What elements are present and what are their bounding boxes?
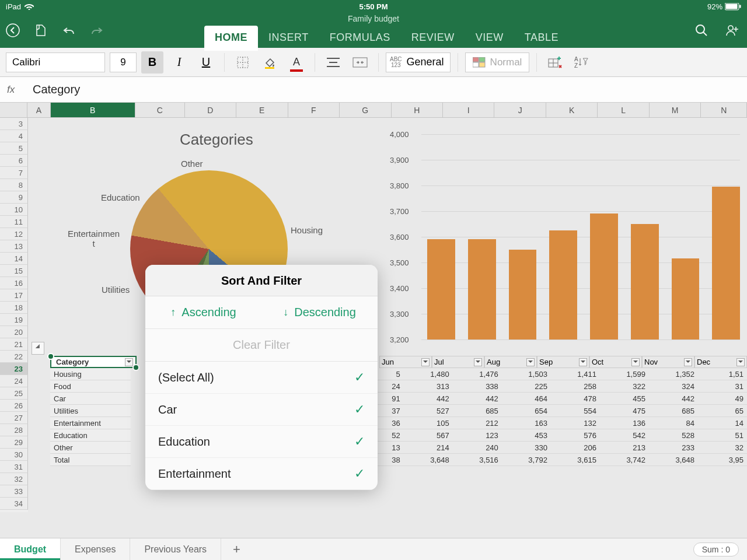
select-all-corner[interactable] — [0, 103, 27, 117]
selection-handle-br[interactable] — [132, 364, 139, 371]
data-cell[interactable]: 685 — [453, 405, 502, 417]
search-button[interactable] — [694, 23, 708, 37]
row-header-24[interactable]: 24 — [0, 375, 28, 387]
sort-descending-button[interactable]: ↓Descending — [261, 296, 378, 328]
font-color-button[interactable]: A — [285, 51, 308, 74]
col-header-K[interactable]: K — [546, 103, 598, 117]
sort-ascending-button[interactable]: ↑Ascending — [145, 296, 261, 328]
data-cell[interactable]: 478 — [551, 393, 600, 405]
category-cell[interactable]: Food — [50, 380, 131, 393]
data-cell[interactable]: 132 — [551, 417, 600, 429]
data-cell[interactable]: 3,742 — [600, 454, 649, 466]
italic-button[interactable]: I — [168, 51, 190, 74]
chevron-down-icon[interactable] — [631, 358, 640, 366]
category-cell[interactable]: Other — [50, 442, 131, 454]
sheet-tab-expenses[interactable]: Expenses — [61, 538, 130, 560]
category-cell[interactable]: Car — [50, 393, 131, 405]
data-cell[interactable]: 1,503 — [502, 368, 551, 380]
redo-button[interactable] — [90, 23, 104, 37]
row-header-27[interactable]: 27 — [0, 412, 28, 424]
bar[interactable] — [631, 224, 659, 340]
data-cell[interactable]: 31 — [698, 380, 747, 393]
data-cell[interactable]: 338 — [453, 380, 502, 393]
data-cell[interactable]: 84 — [649, 417, 698, 429]
data-cell[interactable]: 3,792 — [502, 454, 551, 466]
row-header-32[interactable]: 32 — [0, 473, 28, 485]
data-cell[interactable]: 567 — [404, 429, 453, 442]
row-header-25[interactable]: 25 — [0, 387, 28, 400]
month-header[interactable]: Oct — [589, 356, 642, 368]
row-header-30[interactable]: 30 — [0, 449, 28, 461]
row-header-28[interactable]: 28 — [0, 424, 28, 436]
category-cell[interactable]: Education — [50, 429, 131, 442]
data-cell[interactable]: 105 — [404, 417, 453, 429]
status-sum[interactable]: Sum : 0 — [693, 542, 739, 556]
chevron-down-icon[interactable] — [684, 358, 692, 366]
filter-item[interactable]: (Select All)✓ — [145, 362, 378, 394]
filter-item[interactable]: Car✓ — [145, 394, 378, 426]
bar[interactable] — [509, 250, 537, 340]
data-cell[interactable]: 442 — [404, 393, 453, 405]
tab-insert[interactable]: INSERT — [258, 26, 319, 51]
underline-button[interactable]: U — [195, 51, 217, 74]
category-cell[interactable]: Total — [50, 454, 131, 466]
tab-view[interactable]: VIEW — [465, 26, 514, 51]
data-cell[interactable]: 212 — [453, 417, 502, 429]
row-header-9[interactable]: 9 — [0, 191, 28, 204]
chevron-down-icon[interactable] — [526, 358, 535, 366]
fill-color-button[interactable] — [259, 51, 281, 74]
clear-filter-button[interactable]: Clear Filter — [145, 329, 378, 362]
data-cell[interactable]: 475 — [600, 405, 649, 417]
data-cell[interactable]: 1,599 — [600, 368, 649, 380]
data-cell[interactable]: 3,516 — [453, 454, 502, 466]
col-header-M[interactable]: M — [650, 103, 701, 117]
data-cell[interactable]: 51 — [698, 429, 747, 442]
bold-button[interactable]: B — [141, 51, 163, 74]
col-header-N[interactable]: N — [701, 103, 747, 117]
filter-dropdown-icon[interactable] — [125, 358, 133, 366]
row-header-29[interactable]: 29 — [0, 436, 28, 449]
data-cell[interactable]: 455 — [600, 393, 649, 405]
data-cell[interactable]: 3,615 — [551, 454, 600, 466]
col-header-C[interactable]: C — [135, 103, 185, 117]
sort-filter-button[interactable]: AZ — [571, 51, 593, 74]
row-header-3[interactable]: 3 — [0, 118, 28, 130]
data-cell[interactable]: 1,480 — [404, 368, 453, 380]
data-cell[interactable]: 324 — [649, 380, 698, 393]
merge-button[interactable] — [349, 51, 371, 74]
data-cell[interactable]: 1,352 — [649, 368, 698, 380]
data-cell[interactable]: 576 — [551, 429, 600, 442]
font-name-combo[interactable]: Calibri — [6, 52, 105, 72]
row-header-14[interactable]: 14 — [0, 253, 28, 265]
col-header-B[interactable]: B — [51, 103, 135, 117]
month-header[interactable]: Dec — [694, 356, 747, 368]
data-cell[interactable]: 258 — [551, 380, 600, 393]
data-cell[interactable]: 1,411 — [551, 368, 600, 380]
row-header-20[interactable]: 20 — [0, 326, 28, 338]
col-header-L[interactable]: L — [598, 103, 649, 117]
row-header-11[interactable]: 11 — [0, 216, 28, 228]
row-header-21[interactable]: 21 — [0, 338, 28, 351]
data-cell[interactable]: 3,648 — [404, 454, 453, 466]
col-header-F[interactable]: F — [288, 103, 340, 117]
data-cell[interactable]: 14 — [698, 417, 747, 429]
col-header-H[interactable]: H — [392, 103, 443, 117]
font-size-combo[interactable]: 9 — [110, 52, 137, 72]
month-header[interactable]: Sep — [537, 356, 589, 368]
col-header-D[interactable]: D — [185, 103, 236, 117]
data-cell[interactable]: 453 — [502, 429, 551, 442]
bar[interactable] — [427, 239, 455, 340]
row-header-7[interactable]: 7 — [0, 167, 28, 179]
data-cell[interactable]: 542 — [600, 429, 649, 442]
data-cell[interactable]: 313 — [404, 380, 453, 393]
chevron-down-icon[interactable] — [474, 358, 482, 366]
data-cell[interactable]: 136 — [600, 417, 649, 429]
data-cell[interactable]: 464 — [502, 393, 551, 405]
selection-handle-tl[interactable] — [47, 353, 54, 360]
data-cell[interactable]: 240 — [453, 442, 502, 454]
col-header-E[interactable]: E — [236, 103, 288, 117]
data-cell[interactable]: 65 — [698, 405, 747, 417]
month-header[interactable]: Nov — [642, 356, 694, 368]
data-cell[interactable]: 685 — [649, 405, 698, 417]
col-header-A[interactable]: A — [27, 103, 50, 117]
